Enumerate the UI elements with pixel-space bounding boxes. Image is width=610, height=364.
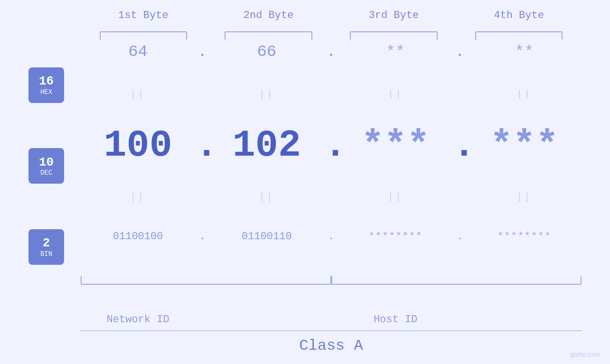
id-labels: Network ID Host ID — [81, 314, 582, 326]
bin-dot-2: . — [324, 231, 338, 243]
bin-val-2: 01100110 — [209, 231, 324, 243]
hex-val-1: 64 — [81, 43, 195, 61]
top-bracket-3 — [350, 31, 438, 40]
bin-row: 01100100 . 01100110 . ******** . *******… — [81, 228, 582, 245]
dec-dot-2: . — [324, 127, 338, 165]
class-divider: Class A — [81, 330, 582, 355]
dec-val-2: 102 — [209, 127, 324, 165]
pipe-1: || — [81, 89, 195, 100]
dec-val-1: 100 — [81, 127, 195, 165]
bracket-network — [81, 276, 331, 285]
top-bracket-4 — [475, 31, 563, 40]
badges-column: 16 HEX 10 DEC 2 BIN — [28, 40, 81, 326]
bin-val-3: ******** — [338, 231, 453, 243]
pipe-8: || — [467, 192, 582, 203]
main-container: 1st Byte 2nd Byte 3rd Byte 4th Byte — [0, 0, 610, 364]
byte-label-2: 2nd Byte — [206, 9, 331, 21]
badge-bin: 2 BIN — [28, 229, 64, 265]
badge-dec: 10 DEC — [28, 148, 64, 184]
top-bracket-2 — [225, 31, 312, 40]
hex-val-3: ** — [338, 43, 453, 61]
pipe-row-2: || || || || — [81, 192, 582, 203]
hex-dot-1: . — [195, 43, 209, 61]
class-section: Class A — [28, 330, 582, 355]
dec-val-4: *** — [467, 127, 582, 165]
class-label: Class A — [81, 337, 582, 355]
byte-label-4: 4th Byte — [456, 9, 582, 21]
host-id-label: Host ID — [338, 314, 453, 326]
byte-label-3: 3rd Byte — [331, 9, 457, 21]
pipe-5: || — [81, 192, 195, 203]
bin-val-4: ******** — [467, 231, 582, 243]
hex-dot-2: . — [324, 43, 338, 61]
badge-hex: 16 HEX — [28, 67, 64, 103]
hex-val-2: 66 — [209, 43, 324, 61]
pipe-row-1: || || || || — [81, 89, 582, 100]
dec-row: 100 . 102 . *** . *** — [81, 125, 582, 167]
hex-row: 64 . 66 . ** . ** — [81, 40, 582, 64]
watermark: ipshu.com — [570, 351, 601, 358]
bin-dot-1: . — [195, 231, 209, 243]
dec-dot-3: . — [453, 127, 467, 165]
pipe-3: || — [338, 89, 453, 100]
pipe-7: || — [338, 192, 453, 203]
pipe-4: || — [467, 89, 582, 100]
byte-label-1: 1st Byte — [81, 9, 206, 21]
network-id-label: Network ID — [81, 314, 195, 326]
hex-dot-3: . — [453, 43, 467, 61]
bottom-brackets — [81, 272, 582, 285]
dec-val-3: *** — [338, 127, 453, 165]
bracket-host — [331, 276, 582, 285]
top-bracket-1 — [100, 31, 188, 40]
bin-dot-3: . — [453, 231, 467, 243]
dec-dot-1: . — [195, 127, 209, 165]
bin-val-1: 01100100 — [81, 231, 195, 243]
pipe-6: || — [209, 192, 324, 203]
hex-val-4: ** — [467, 43, 582, 61]
pipe-2: || — [209, 89, 324, 100]
